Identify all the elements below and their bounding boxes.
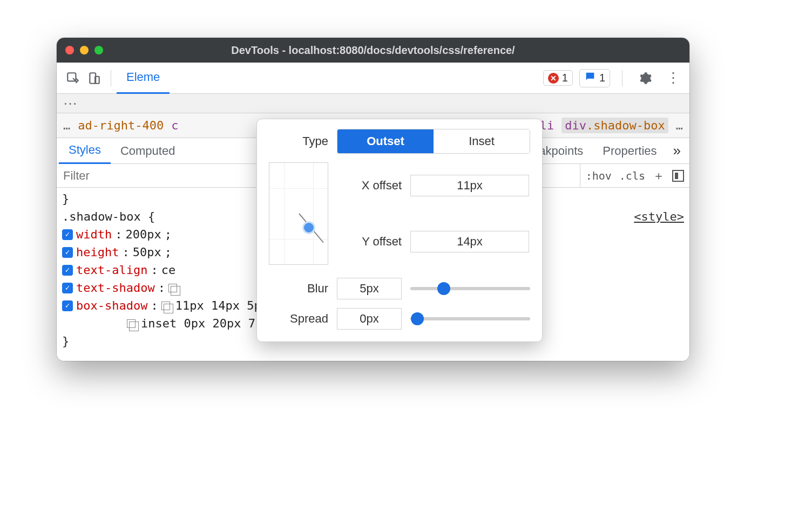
property-checkbox[interactable]: ✓ <box>62 247 73 258</box>
separator <box>622 70 622 86</box>
close-icon[interactable] <box>65 46 74 54</box>
css-value[interactable]: 200px <box>125 225 161 243</box>
error-icon: ✕ <box>548 73 559 84</box>
x-offset-label: X offset <box>337 179 402 193</box>
blur-slider[interactable] <box>410 287 530 290</box>
outset-button[interactable]: Outset <box>337 129 434 153</box>
spread-slider[interactable] <box>410 317 530 320</box>
tab-styles[interactable]: Styles <box>59 138 111 164</box>
errors-badge[interactable]: ✕ 1 <box>543 70 573 86</box>
shadow-editor-icon[interactable] <box>161 302 170 310</box>
breadcrumb-item[interactable]: c <box>171 119 178 132</box>
property-checkbox[interactable]: ✓ <box>62 283 73 293</box>
x-offset-input[interactable]: 11px <box>410 175 529 196</box>
messages-badge[interactable]: 1 <box>579 69 610 87</box>
message-icon <box>584 71 596 86</box>
minimize-icon[interactable] <box>80 46 89 54</box>
shadow-editor-icon[interactable] <box>127 319 136 328</box>
property-checkbox[interactable]: ✓ <box>62 229 73 240</box>
property-checkbox[interactable]: ✓ <box>62 300 73 311</box>
property-checkbox[interactable]: ✓ <box>62 265 73 276</box>
toggle-panel-icon[interactable] <box>672 170 684 182</box>
window-controls <box>65 46 103 54</box>
main-toolbar: Eleme ✕ 1 1 ⋮ <box>57 63 689 94</box>
y-offset-label: Y offset <box>337 235 402 249</box>
messages-count: 1 <box>599 72 605 84</box>
kebab-icon[interactable]: ⋮ <box>662 67 684 89</box>
tab-properties[interactable]: Properties <box>593 138 666 164</box>
css-property[interactable]: height <box>76 243 119 261</box>
blur-input[interactable]: 5px <box>337 278 402 299</box>
spread-label: Spread <box>269 312 328 326</box>
tab-elements[interactable]: Eleme <box>117 63 170 94</box>
breadcrumb-dots-right[interactable]: … <box>676 119 683 132</box>
y-offset-input[interactable]: 14px <box>410 231 529 252</box>
inspect-icon[interactable] <box>62 67 84 89</box>
more-tabs-icon[interactable]: » <box>667 142 687 159</box>
gear-icon[interactable] <box>634 67 656 89</box>
css-value[interactable]: 50px <box>133 243 161 261</box>
cls-button[interactable]: .cls <box>619 169 645 182</box>
dom-tree-collapsed[interactable]: ⋯ <box>57 94 689 113</box>
type-toggle: Outset Inset <box>337 129 530 154</box>
hov-button[interactable]: :hov <box>586 169 612 182</box>
css-property[interactable]: text-align <box>76 261 147 279</box>
tab-computed[interactable]: Computed <box>111 138 185 164</box>
errors-count: 1 <box>562 72 568 84</box>
css-property[interactable]: text-shadow <box>76 279 155 297</box>
breadcrumb-item-selected[interactable]: div.shadow-box <box>561 118 668 133</box>
titlebar: DevTools - localhost:8080/docs/devtools/… <box>57 38 689 63</box>
css-property[interactable]: box-shadow <box>76 297 147 314</box>
breadcrumb-dots-left[interactable]: … <box>63 119 70 132</box>
css-value[interactable]: ce <box>161 261 176 279</box>
spread-input[interactable]: 0px <box>337 308 402 330</box>
css-property[interactable]: width <box>76 225 112 243</box>
maximize-icon[interactable] <box>94 46 103 54</box>
shadow-editor-popover: Type Outset Inset X offset 11px Y offset… <box>256 119 543 342</box>
source-link[interactable]: <style> <box>634 208 684 225</box>
xy-pad[interactable] <box>269 162 328 265</box>
inset-button[interactable]: Inset <box>434 129 530 153</box>
breadcrumb-item[interactable]: ad-right-400 <box>78 119 164 132</box>
window-title: DevTools - localhost:8080/docs/devtools/… <box>57 44 689 57</box>
shadow-editor-icon[interactable] <box>168 284 177 292</box>
type-label: Type <box>269 134 328 148</box>
rule-selector[interactable]: .shadow-box { <box>62 210 155 223</box>
separator <box>111 70 111 86</box>
device-toggle-icon[interactable] <box>84 67 105 89</box>
new-rule-button[interactable]: ＋ <box>653 168 665 184</box>
devtools-window: DevTools - localhost:8080/docs/devtools/… <box>57 38 689 361</box>
blur-label: Blur <box>269 282 328 296</box>
